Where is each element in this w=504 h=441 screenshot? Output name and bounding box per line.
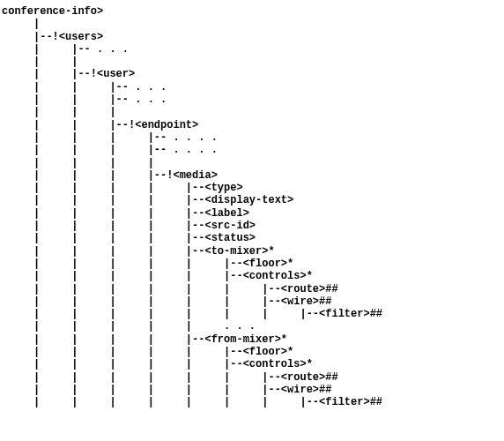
- tree-body: | |--!<users> | |-- . . . | | | |--!<use…: [2, 18, 382, 408]
- root-element: conference-info>: [2, 5, 103, 18]
- xml-tree-diagram: conference-info> | |--!<users> | |-- . .…: [0, 0, 504, 409]
